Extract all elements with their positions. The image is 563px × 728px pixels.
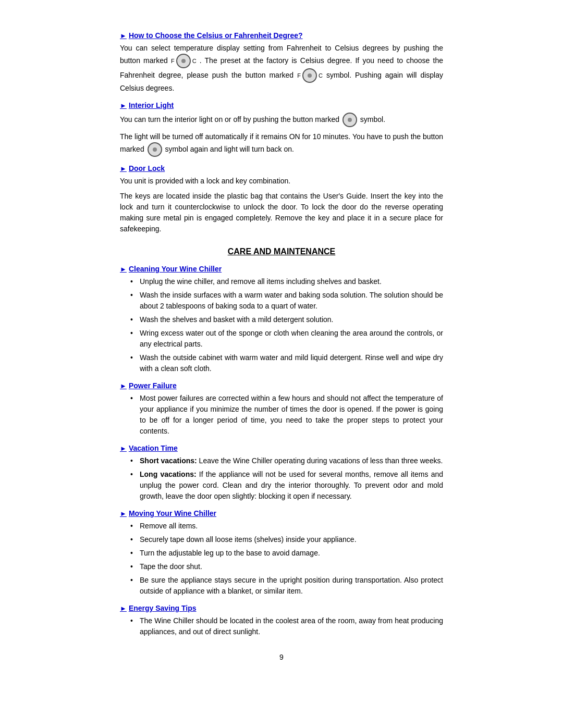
vacation-time-heading: ► Vacation Time bbox=[120, 444, 443, 452]
door-lock-para2: The keys are located inside the plastic … bbox=[120, 191, 443, 235]
list-item: Be sure the appliance stays secure in th… bbox=[130, 575, 443, 597]
page-number: 9 bbox=[120, 653, 443, 661]
vacation-time-list: Short vacations: Leave the Wine Chiller … bbox=[120, 455, 443, 502]
arrow-icon: ► bbox=[120, 604, 127, 612]
cleaning-heading: ► Cleaning Your Wine Chiller bbox=[120, 265, 443, 273]
list-item: Securely tape down all loose items (shel… bbox=[130, 534, 443, 545]
energy-saving-heading: ► Energy Saving Tips bbox=[120, 604, 443, 612]
celsius-fahrenheit-section: ► How to Choose the Celsius or Fahrenhei… bbox=[120, 31, 443, 94]
arrow-icon: ► bbox=[120, 165, 127, 172]
cleaning-section: ► Cleaning Your Wine Chiller Unplug the … bbox=[120, 265, 443, 374]
list-item: Wring excess water out of the sponge or … bbox=[130, 328, 443, 350]
list-item: Unplug the wine chiller, and remove all … bbox=[130, 276, 443, 287]
interior-light-heading: ► Interior Light bbox=[120, 101, 443, 109]
list-item: Wash the outside cabinet with warm water… bbox=[130, 352, 443, 374]
interior-light-para1: You can turn the interior light on or of… bbox=[120, 113, 443, 127]
arrow-icon: ► bbox=[120, 445, 127, 452]
celsius-fahrenheit-heading: ► How to Choose the Celsius or Fahrenhei… bbox=[120, 31, 443, 40]
power-failure-list: Most power failures are corrected within… bbox=[120, 393, 443, 437]
light-symbol bbox=[342, 113, 357, 127]
list-item: Short vacations: Leave the Wine Chiller … bbox=[130, 455, 443, 466]
list-item: Tape the door shut. bbox=[130, 561, 443, 572]
arrow-icon: ► bbox=[120, 382, 127, 390]
moving-section: ► Moving Your Wine Chiller Remove all it… bbox=[120, 509, 443, 597]
moving-list: Remove all items. Securely tape down all… bbox=[120, 521, 443, 597]
list-item: Most power failures are corrected within… bbox=[130, 393, 443, 437]
fc-symbol-2: FC bbox=[297, 68, 323, 83]
energy-saving-list: The Wine Chiller should be located in th… bbox=[120, 615, 443, 637]
list-item: Remove all items. bbox=[130, 521, 443, 532]
cleaning-list: Unplug the wine chiller, and remove all … bbox=[120, 276, 443, 374]
arrow-icon: ► bbox=[120, 102, 127, 109]
light-symbol-2 bbox=[148, 142, 162, 157]
vacation-time-section: ► Vacation Time Short vacations: Leave t… bbox=[120, 444, 443, 502]
power-failure-heading: ► Power Failure bbox=[120, 381, 443, 390]
list-item: Turn the adjustable leg up to the base t… bbox=[130, 548, 443, 559]
moving-heading: ► Moving Your Wine Chiller bbox=[120, 509, 443, 517]
arrow-icon: ► bbox=[120, 265, 127, 273]
list-item: The Wine Chiller should be located in th… bbox=[130, 615, 443, 637]
care-maintenance-title: CARE AND MAINTENANCE bbox=[120, 247, 443, 256]
door-lock-para1: You unit is provided with a lock and key… bbox=[120, 176, 443, 187]
door-lock-heading: ► Door Lock bbox=[120, 164, 443, 172]
celsius-fahrenheit-para1: You can select temperature display setti… bbox=[120, 43, 443, 94]
power-failure-section: ► Power Failure Most power failures are … bbox=[120, 381, 443, 437]
page: ► How to Choose the Celsius or Fahrenhei… bbox=[78, 0, 485, 728]
door-lock-section: ► Door Lock You unit is provided with a … bbox=[120, 164, 443, 235]
interior-light-para2: The light will be turned off automatical… bbox=[120, 131, 443, 157]
interior-light-section: ► Interior Light You can turn the interi… bbox=[120, 101, 443, 157]
energy-saving-section: ► Energy Saving Tips The Wine Chiller sh… bbox=[120, 604, 443, 637]
list-item: Long vacations: If the appliance will no… bbox=[130, 469, 443, 502]
list-item: Wash the inside surfaces with a warm wat… bbox=[130, 290, 443, 312]
list-item: Wash the shelves and basket with a mild … bbox=[130, 314, 443, 325]
arrow-icon: ► bbox=[120, 32, 127, 40]
arrow-icon: ► bbox=[120, 510, 127, 517]
fc-symbol-1: FC bbox=[171, 54, 197, 68]
